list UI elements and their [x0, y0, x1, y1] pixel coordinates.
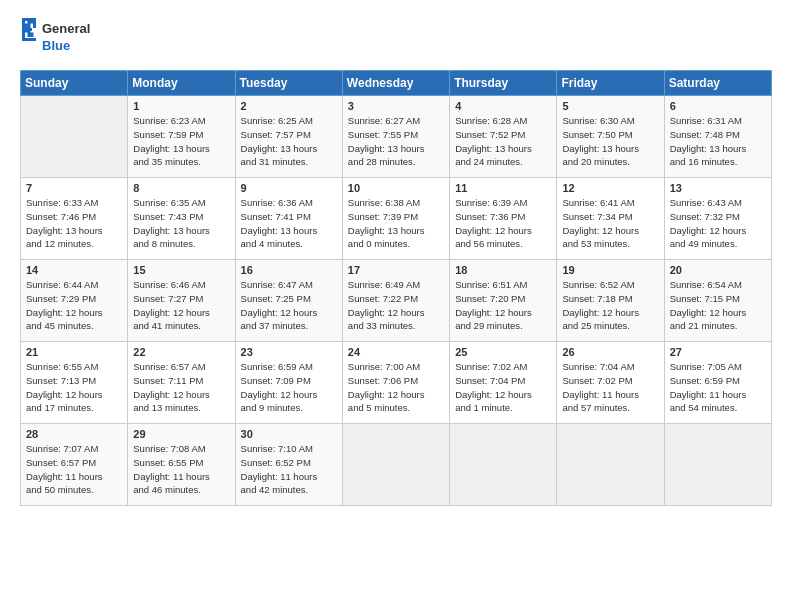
sunrise-sunset-text: Sunrise: 6:44 AM	[26, 278, 122, 292]
sunrise-sunset-text: Sunrise: 7:08 AM	[133, 442, 229, 456]
day-number: 30	[241, 428, 337, 440]
daylight-text: Daylight: 12 hours	[670, 224, 766, 238]
sunrise-sunset-text: Sunset: 7:11 PM	[133, 374, 229, 388]
daylight-text: and 57 minutes.	[562, 401, 658, 415]
calendar-cell: 29Sunrise: 7:08 AMSunset: 6:55 PMDayligh…	[128, 424, 235, 506]
cell-info: Sunrise: 6:30 AMSunset: 7:50 PMDaylight:…	[562, 114, 658, 169]
sunrise-sunset-text: Sunset: 7:20 PM	[455, 292, 551, 306]
sunrise-sunset-text: Sunrise: 6:28 AM	[455, 114, 551, 128]
sunrise-sunset-text: Sunrise: 6:36 AM	[241, 196, 337, 210]
sunrise-sunset-text: Sunrise: 7:07 AM	[26, 442, 122, 456]
cell-info: Sunrise: 6:47 AMSunset: 7:25 PMDaylight:…	[241, 278, 337, 333]
cell-info: Sunrise: 6:41 AMSunset: 7:34 PMDaylight:…	[562, 196, 658, 251]
day-number: 17	[348, 264, 444, 276]
sunrise-sunset-text: Sunset: 7:18 PM	[562, 292, 658, 306]
sunrise-sunset-text: Sunrise: 6:46 AM	[133, 278, 229, 292]
daylight-text: and 41 minutes.	[133, 319, 229, 333]
day-number: 8	[133, 182, 229, 194]
daylight-text: Daylight: 12 hours	[455, 388, 551, 402]
header: General Blue	[20, 16, 772, 60]
calendar-cell: 18Sunrise: 6:51 AMSunset: 7:20 PMDayligh…	[450, 260, 557, 342]
day-number: 14	[26, 264, 122, 276]
svg-rect-6	[22, 28, 32, 31]
calendar-cell: 9Sunrise: 6:36 AMSunset: 7:41 PMDaylight…	[235, 178, 342, 260]
day-number: 26	[562, 346, 658, 358]
sunrise-sunset-text: Sunset: 7:36 PM	[455, 210, 551, 224]
daylight-text: and 20 minutes.	[562, 155, 658, 169]
sunrise-sunset-text: Sunrise: 7:00 AM	[348, 360, 444, 374]
calendar-week: 7Sunrise: 6:33 AMSunset: 7:46 PMDaylight…	[21, 178, 772, 260]
calendar-week: 21Sunrise: 6:55 AMSunset: 7:13 PMDayligh…	[21, 342, 772, 424]
day-number: 15	[133, 264, 229, 276]
daylight-text: and 45 minutes.	[26, 319, 122, 333]
sunrise-sunset-text: Sunset: 6:55 PM	[133, 456, 229, 470]
calendar-cell: 4Sunrise: 6:28 AMSunset: 7:52 PMDaylight…	[450, 96, 557, 178]
day-number: 1	[133, 100, 229, 112]
calendar-cell	[450, 424, 557, 506]
day-number: 19	[562, 264, 658, 276]
weekday-header: Sunday	[21, 71, 128, 96]
sunrise-sunset-text: Sunrise: 6:51 AM	[455, 278, 551, 292]
daylight-text: and 42 minutes.	[241, 483, 337, 497]
day-number: 6	[670, 100, 766, 112]
day-number: 13	[670, 182, 766, 194]
day-number: 5	[562, 100, 658, 112]
daylight-text: and 17 minutes.	[26, 401, 122, 415]
weekday-header: Wednesday	[342, 71, 449, 96]
calendar-cell	[664, 424, 771, 506]
calendar-cell: 30Sunrise: 7:10 AMSunset: 6:52 PMDayligh…	[235, 424, 342, 506]
cell-info: Sunrise: 6:49 AMSunset: 7:22 PMDaylight:…	[348, 278, 444, 333]
calendar-cell: 16Sunrise: 6:47 AMSunset: 7:25 PMDayligh…	[235, 260, 342, 342]
svg-text:Blue: Blue	[42, 38, 70, 53]
day-number: 18	[455, 264, 551, 276]
daylight-text: and 5 minutes.	[348, 401, 444, 415]
calendar-cell: 24Sunrise: 7:00 AMSunset: 7:06 PMDayligh…	[342, 342, 449, 424]
daylight-text: Daylight: 12 hours	[26, 388, 122, 402]
calendar-cell: 11Sunrise: 6:39 AMSunset: 7:36 PMDayligh…	[450, 178, 557, 260]
cell-info: Sunrise: 7:00 AMSunset: 7:06 PMDaylight:…	[348, 360, 444, 415]
cell-info: Sunrise: 7:07 AMSunset: 6:57 PMDaylight:…	[26, 442, 122, 497]
sunrise-sunset-text: Sunrise: 7:10 AM	[241, 442, 337, 456]
daylight-text: and 24 minutes.	[455, 155, 551, 169]
sunrise-sunset-text: Sunrise: 6:23 AM	[133, 114, 229, 128]
day-number: 27	[670, 346, 766, 358]
cell-info: Sunrise: 6:44 AMSunset: 7:29 PMDaylight:…	[26, 278, 122, 333]
daylight-text: Daylight: 12 hours	[670, 306, 766, 320]
calendar-cell: 25Sunrise: 7:02 AMSunset: 7:04 PMDayligh…	[450, 342, 557, 424]
daylight-text: Daylight: 13 hours	[133, 224, 229, 238]
cell-info: Sunrise: 6:46 AMSunset: 7:27 PMDaylight:…	[133, 278, 229, 333]
sunrise-sunset-text: Sunrise: 7:05 AM	[670, 360, 766, 374]
daylight-text: Daylight: 13 hours	[455, 142, 551, 156]
daylight-text: and 1 minute.	[455, 401, 551, 415]
cell-info: Sunrise: 6:51 AMSunset: 7:20 PMDaylight:…	[455, 278, 551, 333]
daylight-text: and 8 minutes.	[133, 237, 229, 251]
sunrise-sunset-text: Sunrise: 6:43 AM	[670, 196, 766, 210]
daylight-text: Daylight: 13 hours	[241, 224, 337, 238]
weekday-header: Monday	[128, 71, 235, 96]
weekday-header: Tuesday	[235, 71, 342, 96]
sunrise-sunset-text: Sunset: 7:41 PM	[241, 210, 337, 224]
sunrise-sunset-text: Sunset: 6:57 PM	[26, 456, 122, 470]
cell-info: Sunrise: 6:31 AMSunset: 7:48 PMDaylight:…	[670, 114, 766, 169]
sunrise-sunset-text: Sunset: 7:06 PM	[348, 374, 444, 388]
daylight-text: and 53 minutes.	[562, 237, 658, 251]
sunrise-sunset-text: Sunset: 7:15 PM	[670, 292, 766, 306]
sunrise-sunset-text: Sunrise: 6:30 AM	[562, 114, 658, 128]
day-number: 29	[133, 428, 229, 440]
sunrise-sunset-text: Sunset: 7:39 PM	[348, 210, 444, 224]
sunrise-sunset-text: Sunrise: 6:35 AM	[133, 196, 229, 210]
daylight-text: Daylight: 12 hours	[133, 388, 229, 402]
daylight-text: and 33 minutes.	[348, 319, 444, 333]
sunrise-sunset-text: Sunset: 7:09 PM	[241, 374, 337, 388]
sunrise-sunset-text: Sunrise: 6:33 AM	[26, 196, 122, 210]
day-number: 23	[241, 346, 337, 358]
logo: General Blue	[20, 16, 100, 60]
calendar-cell	[557, 424, 664, 506]
daylight-text: Daylight: 12 hours	[348, 306, 444, 320]
cell-info: Sunrise: 6:27 AMSunset: 7:55 PMDaylight:…	[348, 114, 444, 169]
sunrise-sunset-text: Sunset: 7:22 PM	[348, 292, 444, 306]
calendar-cell: 7Sunrise: 6:33 AMSunset: 7:46 PMDaylight…	[21, 178, 128, 260]
cell-info: Sunrise: 7:02 AMSunset: 7:04 PMDaylight:…	[455, 360, 551, 415]
daylight-text: and 21 minutes.	[670, 319, 766, 333]
sunrise-sunset-text: Sunrise: 6:59 AM	[241, 360, 337, 374]
